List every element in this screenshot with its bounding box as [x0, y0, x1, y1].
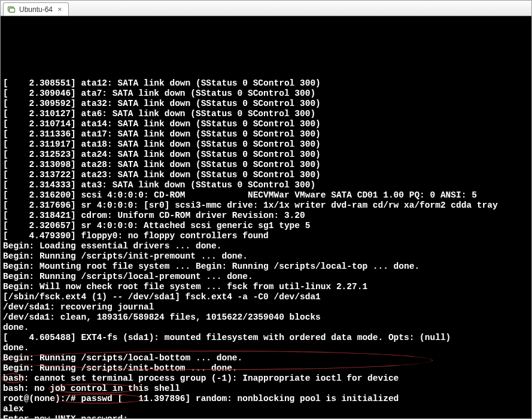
- console-line: [ 2.317696] sr 4:0:0:0: [sr0] scsi3-mmc …: [3, 201, 529, 211]
- console-line: Begin: Running /scripts/local-bottom ...…: [3, 353, 529, 363]
- console-line: [ 2.313098] ata28: SATA link down (SStat…: [3, 160, 529, 170]
- console-line: done.: [3, 323, 529, 333]
- console-line: [ 2.309592] ata32: SATA link down (SStat…: [3, 99, 529, 109]
- console-line: bash: cannot set terminal process group …: [3, 374, 529, 384]
- tab-bar: Ubuntu-64 ×: [1, 1, 531, 16]
- tab-ubuntu[interactable]: Ubuntu-64 ×: [3, 2, 69, 16]
- console-output[interactable]: [ 2.308551] ata12: SATA link down (SStat…: [1, 16, 531, 419]
- console-line: alex: [3, 404, 529, 414]
- console-line: [ 4.479390] floppy0: no floppy controlle…: [3, 231, 529, 241]
- console-line: root@(none):/# passwd [ 11.397896] rando…: [3, 394, 529, 404]
- console-line: Begin: Running /scripts/init-bottom ... …: [3, 363, 529, 374]
- console-line: bash: no job control in this shell: [3, 384, 529, 394]
- console-line: Enter new UNIX password:: [3, 414, 529, 419]
- console-line: Begin: Running /scripts/local-premount .…: [3, 272, 529, 282]
- console-line: [ 2.312523] ata24: SATA link down (SStat…: [3, 150, 529, 160]
- console-line: [ 2.320657] sr 4:0:0:0: Attached scsi ge…: [3, 221, 529, 231]
- console-line: /dev/sda1: clean, 189316/589824 files, 1…: [3, 312, 529, 323]
- console-line: [ 2.314333] ata3: SATA link down (SStatu…: [3, 180, 529, 190]
- console-line: [ 2.316200] scsi 4:0:0:0: CD-ROM NECVMWa…: [3, 190, 529, 201]
- console-line: [ 2.318421] cdrom: Uniform CD-ROM driver…: [3, 211, 529, 221]
- console-line: [ 2.310714] ata14: SATA link down (SStat…: [3, 119, 529, 129]
- console-line: [ 4.605488] EXT4-fs (sda1): mounted file…: [3, 333, 529, 343]
- console-line: [ 2.311336] ata17: SATA link down (SStat…: [3, 129, 529, 139]
- console-line: [ 2.309046] ata7: SATA link down (SStatu…: [3, 89, 529, 99]
- console-line: Begin: Will now check root file system .…: [3, 282, 529, 292]
- close-icon[interactable]: ×: [56, 5, 63, 13]
- console-line: Begin: Mounting root file system ... Beg…: [3, 262, 529, 272]
- console-line: [ 2.308551] ata12: SATA link down (SStat…: [3, 78, 529, 89]
- svg-rect-1: [10, 8, 15, 12]
- console-line: [ 2.311917] ata18: SATA link down (SStat…: [3, 139, 529, 150]
- console-line: Begin: Running /scripts/init-premount ..…: [3, 251, 529, 262]
- vm-icon: [7, 5, 16, 14]
- console-line: done.: [3, 343, 529, 353]
- console-line: [/sbin/fsck.ext4 (1) -- /dev/sda1] fsck.…: [3, 292, 529, 302]
- console-line: Begin: Loading essential drivers ... don…: [3, 241, 529, 251]
- console-line: [ 2.310127] ata6: SATA link down (SStatu…: [3, 109, 529, 119]
- console-line: /dev/sda1: recovering journal: [3, 302, 529, 312]
- console-line: [ 2.313722] ata23: SATA link down (SStat…: [3, 170, 529, 180]
- tab-label: Ubuntu-64: [19, 5, 53, 14]
